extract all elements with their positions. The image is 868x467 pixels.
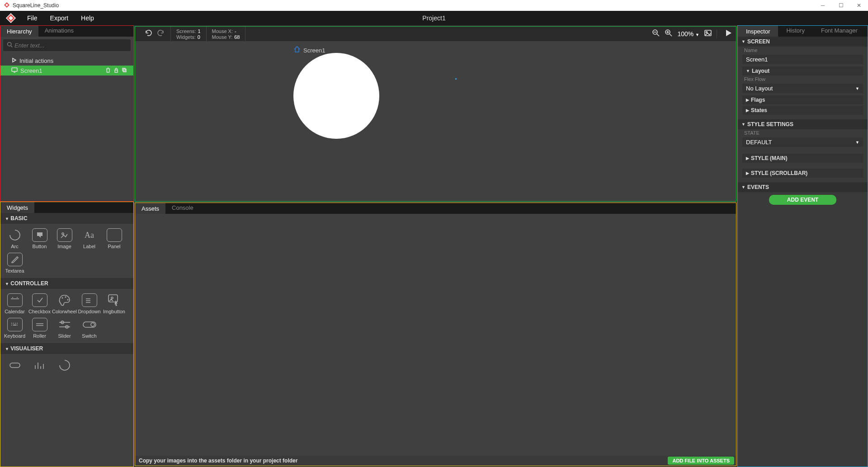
svg-point-12 bbox=[15, 323, 16, 324]
canvas-area[interactable]: Screen1 bbox=[135, 41, 736, 201]
tab-widgets[interactable]: Widgets bbox=[0, 202, 34, 213]
tab-assets[interactable]: Assets bbox=[135, 203, 165, 214]
layout-header[interactable]: ▼Layout bbox=[742, 66, 863, 75]
copy-icon[interactable] bbox=[122, 67, 127, 74]
svg-rect-19 bbox=[83, 322, 96, 327]
tab-inspector[interactable]: Inspector bbox=[738, 26, 778, 37]
states-header[interactable]: ▶States bbox=[742, 106, 863, 115]
minimize-button[interactable]: ─ bbox=[814, 0, 832, 11]
widget-textarea[interactable]: Textarea bbox=[2, 251, 27, 275]
style-main-header[interactable]: ▶STYLE (MAIN) bbox=[742, 154, 863, 163]
widgets-panel: Widgets ▼ BASIC Arc Button Image AaLabel… bbox=[0, 202, 134, 467]
canvas-panel: Screens:1 Widgets:0 Mouse X:- Mouse Y:68… bbox=[135, 26, 736, 202]
widget-visualiser-2[interactable] bbox=[27, 357, 52, 376]
svg-point-13 bbox=[17, 323, 18, 324]
widget-keyboard[interactable]: Keyboard bbox=[2, 316, 27, 340]
name-input[interactable]: Screen1 bbox=[742, 55, 863, 64]
widget-cat-basic[interactable]: ▼ BASIC bbox=[0, 213, 133, 224]
style-scrollbar-header[interactable]: ▶STYLE (SCROLLBAR) bbox=[742, 169, 863, 178]
svg-point-15 bbox=[17, 325, 18, 325]
redo-icon[interactable] bbox=[156, 28, 165, 40]
svg-point-0 bbox=[8, 42, 11, 46]
svg-point-25 bbox=[706, 31, 708, 33]
maximize-button[interactable]: ☐ bbox=[832, 0, 850, 11]
zoom-in-icon[interactable] bbox=[665, 29, 673, 39]
close-button[interactable]: ✕ bbox=[850, 0, 868, 11]
tab-history[interactable]: History bbox=[778, 26, 812, 37]
flags-header[interactable]: ▶Flags bbox=[742, 95, 863, 104]
hierarchy-panel: Hierarchy Animations Initial actions bbox=[0, 25, 134, 202]
widget-panel[interactable]: Panel bbox=[102, 226, 127, 251]
widget-dropdown[interactable]: Dropdown bbox=[77, 292, 102, 316]
section-screen[interactable]: ▼SCREEN bbox=[738, 37, 868, 47]
canvas-object-circle[interactable] bbox=[293, 53, 379, 139]
svg-rect-16 bbox=[13, 325, 16, 325]
svg-rect-21 bbox=[10, 363, 20, 368]
home-icon bbox=[293, 46, 301, 55]
canvas-toolbar: Screens:1 Widgets:0 Mouse X:- Mouse Y:68… bbox=[135, 27, 736, 41]
tab-hierarchy[interactable]: Hierarchy bbox=[0, 26, 38, 37]
widget-visualiser-3[interactable] bbox=[52, 357, 77, 376]
widget-image[interactable]: Image bbox=[52, 226, 77, 251]
widget-slider[interactable]: Slider bbox=[52, 316, 77, 340]
app-icon bbox=[4, 2, 10, 9]
widget-roller[interactable]: Roller bbox=[27, 316, 52, 340]
tab-console[interactable]: Console bbox=[165, 203, 200, 214]
inspector-panel: Inspector History Font Manager ▼SCREEN N… bbox=[737, 25, 868, 467]
assets-footer-text: Copy your images into the assets folder … bbox=[139, 458, 297, 464]
widget-cat-visualiser[interactable]: ▼ VISUALISER bbox=[0, 343, 133, 354]
widget-visualiser-1[interactable] bbox=[2, 357, 27, 376]
flexflow-label: Flex Flow bbox=[738, 75, 868, 83]
tab-animations[interactable]: Animations bbox=[38, 26, 80, 37]
widget-calendar[interactable]: Calendar bbox=[2, 292, 27, 316]
menubar: File Export Help Project1 bbox=[0, 11, 868, 25]
tree-row-initial-actions[interactable]: Initial actions bbox=[0, 56, 133, 66]
widget-arc[interactable]: Arc bbox=[2, 226, 27, 251]
widget-button[interactable]: Button bbox=[27, 226, 52, 251]
widget-checkbox[interactable]: Checkbox bbox=[27, 292, 52, 316]
menu-help[interactable]: Help bbox=[81, 14, 94, 22]
hierarchy-search[interactable] bbox=[3, 39, 131, 51]
add-file-button[interactable]: ADD FILE INTO ASSETS bbox=[668, 457, 734, 465]
zoom-value[interactable]: 100% ▼ bbox=[677, 30, 699, 38]
svg-point-8 bbox=[67, 299, 68, 301]
play-icon[interactable] bbox=[724, 29, 732, 39]
tree-label: Screen1 bbox=[20, 67, 42, 74]
svg-point-7 bbox=[65, 297, 66, 298]
undo-icon[interactable] bbox=[144, 28, 153, 40]
svg-point-20 bbox=[91, 323, 94, 326]
svg-rect-2 bbox=[115, 70, 118, 72]
assets-panel: Assets Console Copy your images into the… bbox=[135, 203, 736, 466]
flexflow-dropdown[interactable]: No Layout▼ bbox=[742, 84, 863, 93]
widget-label[interactable]: AaLabel bbox=[77, 226, 102, 251]
lock-icon[interactable] bbox=[113, 67, 119, 74]
app-title: SquareLine_Studio bbox=[13, 2, 59, 9]
monitor-icon bbox=[11, 67, 18, 74]
search-input[interactable] bbox=[14, 42, 127, 49]
trash-icon[interactable] bbox=[105, 67, 111, 74]
tree-row-screen1[interactable]: Screen1 bbox=[0, 66, 133, 75]
svg-rect-1 bbox=[12, 68, 17, 71]
tab-font-manager[interactable]: Font Manager bbox=[813, 26, 866, 37]
svg-point-6 bbox=[61, 297, 63, 299]
section-style-settings[interactable]: ▼STYLE SETTINGS bbox=[738, 119, 868, 129]
add-event-button[interactable]: ADD EVENT bbox=[769, 195, 836, 205]
widget-cat-controller[interactable]: ▼ CONTROLLER bbox=[0, 278, 133, 289]
svg-point-11 bbox=[13, 323, 14, 324]
zoom-out-icon[interactable] bbox=[652, 29, 660, 39]
play-outline-icon bbox=[11, 57, 17, 64]
section-events[interactable]: ▼EVENTS bbox=[738, 182, 868, 192]
menu-export[interactable]: Export bbox=[50, 14, 68, 22]
widget-imgbutton[interactable]: Imgbutton bbox=[102, 292, 127, 316]
widget-switch[interactable]: Switch bbox=[77, 316, 102, 340]
project-title: Project1 bbox=[422, 14, 445, 22]
svg-rect-3 bbox=[123, 68, 125, 71]
logo-icon bbox=[5, 13, 16, 24]
os-titlebar: SquareLine_Studio ─ ☐ ✕ bbox=[0, 0, 868, 11]
state-dropdown[interactable]: DEFAULT▼ bbox=[742, 137, 863, 147]
name-label: Name bbox=[738, 47, 868, 54]
menu-file[interactable]: File bbox=[27, 14, 38, 22]
image-icon[interactable] bbox=[704, 29, 712, 39]
widget-colorwheel[interactable]: Colorwheel bbox=[52, 292, 77, 316]
tree-label: Initial actions bbox=[19, 57, 53, 64]
